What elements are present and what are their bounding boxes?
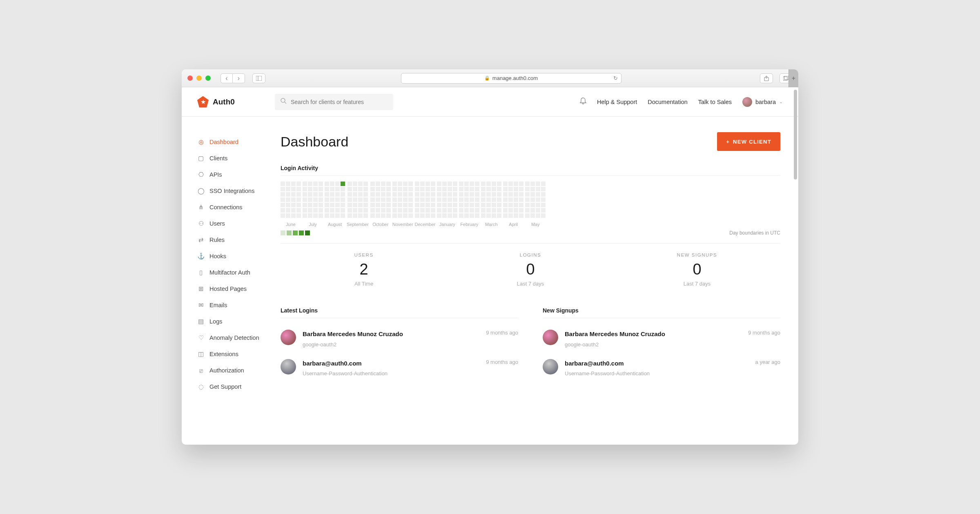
- heatmap-day: [464, 208, 469, 213]
- sales-link[interactable]: Talk to Sales: [698, 99, 732, 105]
- sidebar-item-apis[interactable]: ⎔APIs: [197, 166, 275, 183]
- heatmap-month-label: January: [439, 222, 455, 227]
- address-bar[interactable]: 🔒 manage.auth0.com ↻: [401, 73, 621, 84]
- search-input[interactable]: [291, 99, 388, 105]
- logo[interactable]: ★ Auth0: [197, 96, 275, 108]
- sidebar-item-label: Connections: [209, 204, 243, 210]
- heatmap-day: [286, 208, 290, 213]
- heatmap-day: [347, 187, 352, 191]
- sidebar-item-logs[interactable]: ▤Logs: [197, 313, 275, 330]
- sidebar-item-hosted-pages[interactable]: ⊞Hosted Pages: [197, 281, 275, 297]
- sidebar-item-anomaly-detection[interactable]: ♡Anomaly Detection: [197, 330, 275, 346]
- reload-icon[interactable]: ↻: [613, 75, 618, 81]
- sidebar-item-dashboard[interactable]: ◎Dashboard: [197, 134, 275, 150]
- heatmap-day: [475, 187, 479, 191]
- list-item[interactable]: barbara@auth0.com Username-Password-Auth…: [281, 353, 518, 383]
- heatmap-day: [442, 192, 447, 197]
- minimize-window-icon[interactable]: [196, 75, 202, 81]
- forward-button[interactable]: ›: [233, 73, 245, 83]
- heatmap-day: [353, 197, 357, 202]
- sidebar-item-clients[interactable]: ▢Clients: [197, 150, 275, 166]
- notifications-icon[interactable]: [580, 97, 586, 106]
- heatmap-month-label: February: [460, 222, 478, 227]
- sidebar-item-label: SSO Integrations: [209, 188, 254, 194]
- sidebar-item-emails[interactable]: ✉Emails: [197, 297, 275, 313]
- heatmap-day: [325, 213, 329, 218]
- heatmap-day: [514, 192, 518, 197]
- heatmap-day: [453, 182, 457, 186]
- heatmap-day: [442, 203, 447, 207]
- heatmap-day: [470, 213, 474, 218]
- heatmap-day: [347, 203, 352, 207]
- nav-buttons: ‹ ›: [220, 73, 245, 83]
- back-button[interactable]: ‹: [220, 73, 233, 83]
- help-link[interactable]: Help & Support: [597, 99, 637, 105]
- heatmap-day: [448, 182, 452, 186]
- sidebar-item-extensions[interactable]: ◫Extensions: [197, 346, 275, 362]
- heatmap-day: [353, 213, 357, 218]
- heatmap-day: [492, 208, 496, 213]
- heatmap-day: [503, 213, 508, 218]
- sidebar-item-label: APIs: [209, 171, 222, 178]
- heatmap-day: [370, 182, 375, 186]
- heatmap-day: [519, 208, 523, 213]
- heatmap-month: April: [503, 182, 523, 227]
- user-menu[interactable]: barbara ⌄: [742, 97, 783, 107]
- maximize-window-icon[interactable]: [205, 75, 211, 81]
- heatmap-day: [313, 203, 318, 207]
- page-title: Dashboard: [281, 134, 348, 150]
- close-window-icon[interactable]: [187, 75, 193, 81]
- heatmap-day: [376, 187, 380, 191]
- list-item[interactable]: Barbara Mercedes Munoz Cruzado google-oa…: [543, 324, 780, 353]
- new-tab-button[interactable]: +: [788, 69, 798, 87]
- share-button[interactable]: [760, 73, 773, 83]
- heatmap-day: [392, 208, 397, 213]
- sidebar-toggle-button[interactable]: [252, 73, 265, 83]
- sidebar-item-multifactor-auth[interactable]: ▯Multifactor Auth: [197, 264, 275, 281]
- heatmap-day: [525, 192, 530, 197]
- heatmap-day: [318, 203, 323, 207]
- sidebar-item-hooks[interactable]: ⚓Hooks: [197, 248, 275, 264]
- heatmap-day: [497, 208, 501, 213]
- list-item[interactable]: Barbara Mercedes Munoz Cruzado google-oa…: [281, 324, 518, 353]
- heatmap-month-label: June: [286, 222, 296, 227]
- heatmap-day: [291, 203, 296, 207]
- heatmap-day: [425, 192, 430, 197]
- heatmap-day: [313, 192, 318, 197]
- heatmap-day: [453, 197, 457, 202]
- heatmap-day: [508, 197, 513, 202]
- docs-link[interactable]: Documentation: [648, 99, 688, 105]
- heatmap-day: [519, 192, 523, 197]
- entry-name: Barbara Mercedes Munoz Cruzado: [565, 330, 742, 339]
- heatmap-day: [448, 208, 452, 213]
- search-input-wrapper[interactable]: [275, 94, 393, 110]
- heatmap-day: [503, 182, 508, 186]
- heatmap-day: [281, 213, 285, 218]
- heatmap-day: [541, 187, 546, 191]
- heatmap-day: [363, 208, 368, 213]
- heatmap-day: [325, 197, 329, 202]
- sidebar-item-label: Get Support: [209, 383, 241, 390]
- heatmap-day: [453, 192, 457, 197]
- sidebar-item-users[interactable]: ⚇Users: [197, 215, 275, 232]
- heatmap-day: [398, 192, 402, 197]
- heatmap-day: [386, 192, 391, 197]
- heatmap-day: [420, 213, 425, 218]
- sidebar-item-authorization[interactable]: ⎚Authorization: [197, 362, 275, 379]
- heatmap-day: [318, 187, 323, 191]
- sidebar-item-get-support[interactable]: ◌Get Support: [197, 379, 275, 395]
- sidebar-item-sso-integrations[interactable]: ◯SSO Integrations: [197, 183, 275, 199]
- scrollbar-track[interactable]: [794, 90, 797, 442]
- heatmap-day: [325, 187, 329, 191]
- heatmap-day: [464, 213, 469, 218]
- list-item[interactable]: barbara@auth0.com Username-Password-Auth…: [543, 353, 780, 383]
- sidebar-item-rules[interactable]: ⇄Rules: [197, 232, 275, 248]
- heatmap-day: [381, 197, 385, 202]
- sidebar-item-connections[interactable]: ⋔Connections: [197, 199, 275, 215]
- new-client-button[interactable]: + NEW CLIENT: [717, 132, 780, 151]
- heatmap-day: [492, 192, 496, 197]
- entry-time: 9 months ago: [748, 330, 780, 336]
- heatmap-day: [541, 182, 546, 186]
- scrollbar-thumb[interactable]: [794, 90, 797, 179]
- heatmap-day: [530, 192, 535, 197]
